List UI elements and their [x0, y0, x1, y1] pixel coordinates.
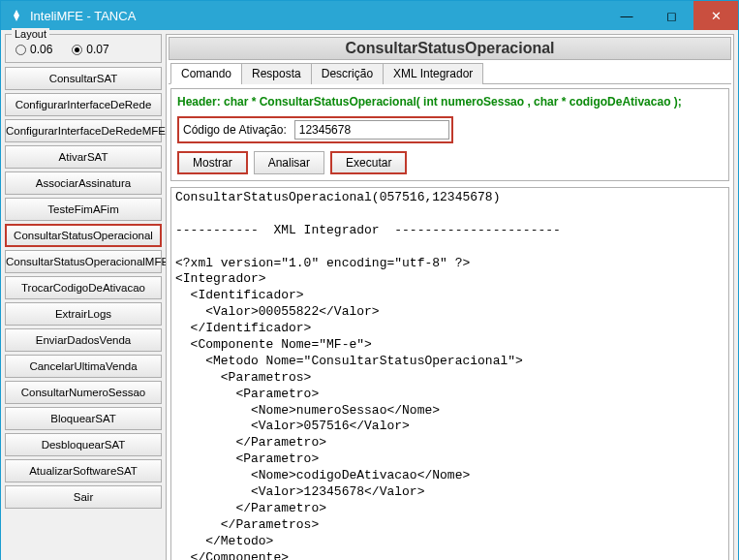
activation-code-label: Código de Ativação:	[181, 123, 289, 137]
analisar-button[interactable]: Analisar	[254, 151, 324, 174]
sidebar-item-ConfigurarInterfaceDeRede[interactable]: ConfigurarInterfaceDeRede	[5, 93, 162, 116]
layout-radio-0-07[interactable]: 0.07	[72, 43, 108, 56]
sidebar-item-TesteFimAFim[interactable]: TesteFimAFim	[5, 198, 162, 221]
tab-Descrição[interactable]: Descrição	[311, 63, 384, 84]
close-button[interactable]: ✕	[693, 1, 738, 30]
main-panel: ConsultarStatusOperacional ComandoRespos…	[166, 34, 734, 560]
executar-button[interactable]: Executar	[330, 151, 407, 174]
mostrar-button[interactable]: Mostrar	[177, 151, 248, 174]
activation-code-row: Código de Ativação:	[177, 116, 453, 143]
radio-icon	[72, 45, 82, 55]
output-textarea[interactable]: ConsultarStatusOperacional(057516,123456…	[170, 187, 729, 560]
radio-label: 0.06	[30, 43, 52, 56]
tab-Resposta[interactable]: Resposta	[241, 63, 312, 84]
sidebar-item-ConsultarStatusOperacional[interactable]: ConsultarStatusOperacional	[5, 224, 162, 247]
sidebar-item-ConsultarNumeroSessao[interactable]: ConsultarNumeroSessao	[5, 381, 162, 404]
sidebar-item-ConsultarSAT[interactable]: ConsultarSAT	[5, 67, 162, 90]
layout-legend: Layout	[12, 28, 49, 40]
tab-XML Integrador[interactable]: XML Integrador	[383, 63, 483, 84]
sidebar-item-ExtrairLogs[interactable]: ExtrairLogs	[5, 302, 162, 326]
radio-label: 0.07	[86, 43, 108, 56]
radio-icon	[15, 45, 26, 55]
sidebar-item-Sair[interactable]: Sair	[5, 485, 162, 509]
page-title: ConsultarStatusOperacional	[169, 37, 731, 60]
activation-code-input[interactable]	[294, 120, 449, 140]
sidebar-item-ConfigurarInterfaceDeRedeMFE[interactable]: ConfigurarInterfaceDeRedeMFE	[5, 119, 162, 142]
sidebar-item-TrocarCodigoDeAtivacao[interactable]: TrocarCodigoDeAtivacao	[5, 276, 162, 299]
sidebar-item-AtivarSAT[interactable]: AtivarSAT	[5, 145, 162, 169]
layout-radio-0-06[interactable]: 0.06	[15, 43, 52, 56]
sidebar-item-EnviarDadosVenda[interactable]: EnviarDadosVenda	[5, 328, 162, 352]
window-title: InteliMFE - TANCA	[30, 9, 604, 23]
command-form: Header: char * ConsultarStatusOperaciona…	[170, 88, 729, 181]
tab-bar: ComandoRespostaDescriçãoXML Integrador	[169, 62, 731, 84]
sidebar-item-ConsultarStatusOperacionalMFE[interactable]: ConsultarStatusOperacionalMFE	[5, 250, 162, 273]
minimize-button[interactable]: —	[604, 1, 649, 30]
sidebar-item-DesbloquearSAT[interactable]: DesbloquearSAT	[5, 433, 162, 456]
app-icon	[9, 8, 24, 23]
maximize-button[interactable]: ◻	[649, 1, 693, 30]
sidebar-item-CancelarUltimaVenda[interactable]: CancelarUltimaVenda	[5, 355, 162, 378]
header-signature: Header: char * ConsultarStatusOperaciona…	[177, 95, 723, 109]
tab-Comando[interactable]: Comando	[170, 63, 242, 84]
layout-group: Layout 0.060.07	[5, 34, 162, 63]
output-content: ConsultarStatusOperacional(057516,123456…	[175, 190, 561, 560]
sidebar-item-BloquearSAT[interactable]: BloquearSAT	[5, 407, 162, 430]
sidebar-item-AssociarAssinatura[interactable]: AssociarAssinatura	[5, 171, 162, 195]
sidebar: Layout 0.060.07 ConsultarSATConfigurarIn…	[5, 34, 162, 560]
titlebar: InteliMFE - TANCA — ◻ ✕	[1, 1, 738, 30]
sidebar-item-AtualizarSoftwareSAT[interactable]: AtualizarSoftwareSAT	[5, 459, 162, 482]
